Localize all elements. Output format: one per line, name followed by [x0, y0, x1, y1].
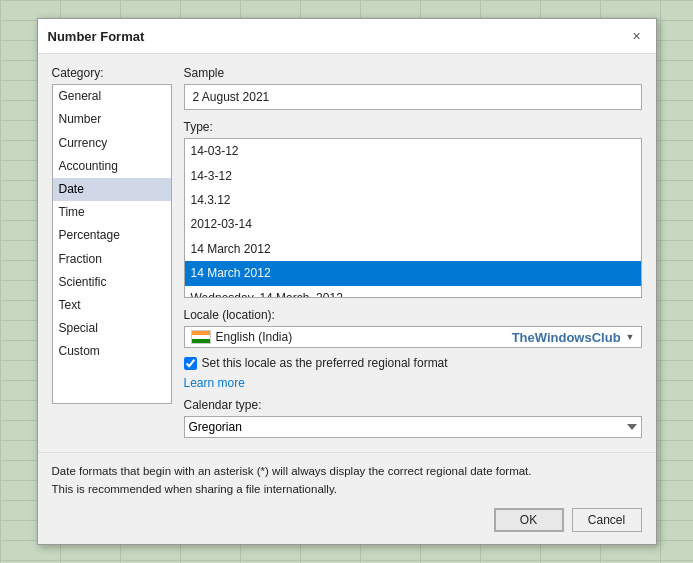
dialog-titlebar: Number Format ×	[38, 19, 656, 54]
footer-text: Date formats that begin with an asterisk…	[52, 463, 642, 498]
type-item-1[interactable]: 14-03-12	[185, 139, 641, 163]
number-format-dialog: Number Format × Category: General Number…	[37, 18, 657, 545]
locale-display-text: English (India)	[216, 330, 507, 344]
category-item-fraction[interactable]: Fraction	[53, 248, 171, 271]
dialog-footer: Date formats that begin with an asterisk…	[38, 452, 656, 498]
sample-value: 2 August 2021	[184, 84, 642, 110]
locale-section: Locale (location): English (India) TheWi…	[184, 308, 642, 348]
dialog-actions: OK Cancel	[38, 498, 656, 544]
category-item-special[interactable]: Special	[53, 317, 171, 340]
locale-label: Locale (location):	[184, 308, 642, 322]
calendar-type-select[interactable]: Gregorian Hijri Hebrew	[184, 416, 642, 438]
category-item-accounting[interactable]: Accounting	[53, 155, 171, 178]
category-item-currency[interactable]: Currency	[53, 132, 171, 155]
category-item-number[interactable]: Number	[53, 108, 171, 131]
regional-format-checkbox[interactable]	[184, 357, 197, 370]
checkbox-label: Set this locale as the preferred regiona…	[202, 356, 448, 370]
locale-flag-icon	[191, 330, 211, 344]
type-list: 14-03-12 14-3-12 14.3.12 2012-03-14 14 M…	[185, 139, 641, 298]
calendar-section: Calendar type: Gregorian Hijri Hebrew	[184, 398, 642, 438]
category-item-custom[interactable]: Custom	[53, 340, 171, 363]
type-list-container: 14-03-12 14-3-12 14.3.12 2012-03-14 14 M…	[184, 138, 642, 298]
type-list-scroll[interactable]: 14-03-12 14-3-12 14.3.12 2012-03-14 14 M…	[184, 138, 642, 298]
locale-display[interactable]: English (India) TheWindowsClub ▼	[184, 326, 642, 348]
close-button[interactable]: ×	[628, 27, 646, 45]
category-panel: Category: General Number Currency Accoun…	[52, 66, 172, 438]
type-item-4[interactable]: 2012-03-14	[185, 212, 641, 236]
type-item-5[interactable]: 14 March 2012	[185, 237, 641, 261]
category-item-scientific[interactable]: Scientific	[53, 271, 171, 294]
ok-button[interactable]: OK	[494, 508, 564, 532]
locale-dropdown-arrow-icon: ▼	[626, 332, 635, 342]
locale-watermark: TheWindowsClub	[512, 330, 621, 345]
calendar-label: Calendar type:	[184, 398, 642, 412]
category-item-text[interactable]: Text	[53, 294, 171, 317]
category-item-time[interactable]: Time	[53, 201, 171, 224]
category-item-date[interactable]: Date	[53, 178, 171, 201]
type-item-2[interactable]: 14-3-12	[185, 164, 641, 188]
checkbox-row: Set this locale as the preferred regiona…	[184, 356, 642, 370]
sample-label: Sample	[184, 66, 642, 80]
dialog-body: Category: General Number Currency Accoun…	[38, 54, 656, 450]
type-label: Type:	[184, 120, 642, 134]
learn-more-link[interactable]: Learn more	[184, 376, 642, 390]
category-list[interactable]: General Number Currency Accounting Date …	[52, 84, 172, 404]
type-item-3[interactable]: 14.3.12	[185, 188, 641, 212]
category-item-percentage[interactable]: Percentage	[53, 224, 171, 247]
dialog-title: Number Format	[48, 29, 145, 44]
type-item-7[interactable]: Wednesday, 14 March, 2012	[185, 286, 641, 299]
category-item-general[interactable]: General	[53, 85, 171, 108]
cancel-button[interactable]: Cancel	[572, 508, 642, 532]
category-label: Category:	[52, 66, 172, 80]
locale-select-container: English (India) TheWindowsClub ▼	[184, 326, 642, 348]
right-panel: Sample 2 August 2021 Type: 14-03-12 14-3…	[184, 66, 642, 438]
type-item-6[interactable]: 14 March 2012	[185, 261, 641, 285]
